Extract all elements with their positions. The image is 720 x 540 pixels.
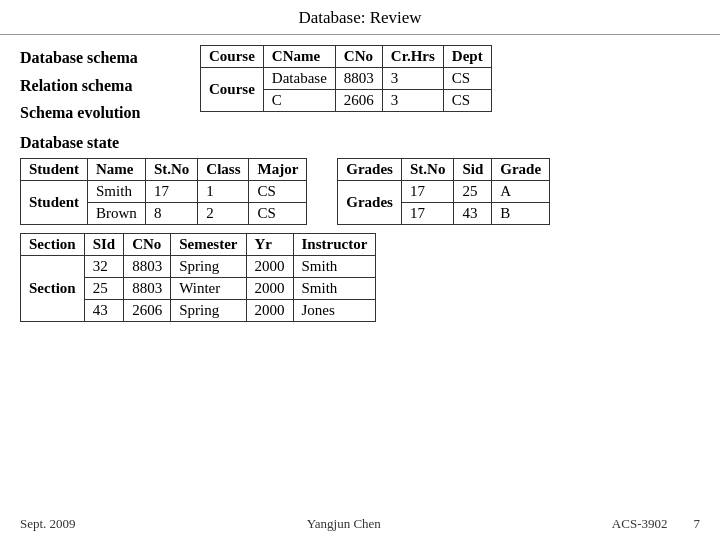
footer-left: Sept. 2009 bbox=[20, 516, 76, 532]
grades-table: GradesSt.NoSidGrade Grades1725A1743B bbox=[337, 158, 550, 225]
section-table-header: Section bbox=[21, 233, 85, 255]
schema-label-1: Database schema bbox=[20, 45, 190, 71]
section-table-header: Semester bbox=[171, 233, 246, 255]
section-table-header: Instructor bbox=[293, 233, 376, 255]
page-title: Database: Review bbox=[0, 0, 720, 35]
table-row: StudentSmith171CS bbox=[21, 180, 307, 202]
schema-label-2: Relation schema bbox=[20, 73, 190, 99]
grades-table-header: Grade bbox=[492, 158, 550, 180]
student-table-header: St.No bbox=[145, 158, 197, 180]
section-table: SectionSIdCNoSemesterYrInstructor Sectio… bbox=[20, 233, 376, 322]
student-table: StudentNameSt.NoClassMajor StudentSmith1… bbox=[20, 158, 307, 225]
course-table: CourseCNameCNoCr.HrsDept CourseDatabase8… bbox=[200, 45, 492, 112]
course-table-header: CName bbox=[263, 46, 335, 68]
section-table-header: Yr bbox=[246, 233, 293, 255]
student-table-header: Class bbox=[198, 158, 249, 180]
section-table-header: SId bbox=[84, 233, 124, 255]
section-table-header: CNo bbox=[124, 233, 171, 255]
footer-right: ACS-3902 7 bbox=[612, 516, 700, 532]
course-table-header: Cr.Hrs bbox=[382, 46, 443, 68]
course-table-header: CNo bbox=[335, 46, 382, 68]
schema-label-3: Schema evolution bbox=[20, 100, 190, 126]
student-table-header: Major bbox=[249, 158, 307, 180]
table-row: CourseDatabase88033CS bbox=[201, 68, 492, 90]
grades-table-header: St.No bbox=[401, 158, 453, 180]
student-table-header: Student bbox=[21, 158, 88, 180]
grades-table-header: Sid bbox=[454, 158, 492, 180]
grades-table-header: Grades bbox=[338, 158, 402, 180]
footer-center: Yangjun Chen bbox=[307, 516, 381, 532]
student-table-header: Name bbox=[88, 158, 146, 180]
table-row: Grades1725A bbox=[338, 180, 550, 202]
db-state-label: Database state bbox=[20, 134, 700, 152]
course-table-header: Course bbox=[201, 46, 264, 68]
course-table-header: Dept bbox=[443, 46, 491, 68]
table-row: Section328803Spring2000Smith bbox=[21, 255, 376, 277]
